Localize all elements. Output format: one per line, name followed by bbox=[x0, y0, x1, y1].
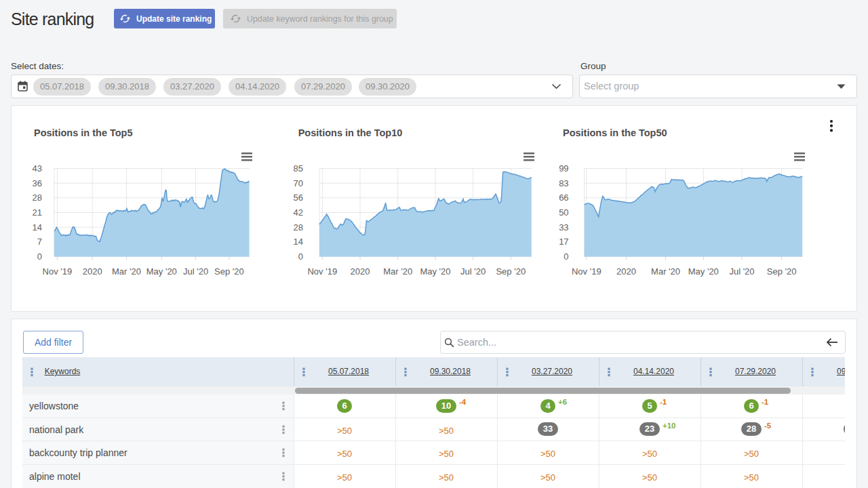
svg-text:14: 14 bbox=[294, 237, 303, 247]
svg-text:28: 28 bbox=[294, 222, 303, 232]
svg-text:0: 0 bbox=[37, 251, 42, 262]
svg-text:2020: 2020 bbox=[83, 266, 102, 277]
svg-text:99: 99 bbox=[559, 163, 568, 174]
svg-text:Jul '20: Jul '20 bbox=[729, 266, 754, 277]
svg-text:Jul '20: Jul '20 bbox=[460, 266, 486, 277]
svg-text:May '20: May '20 bbox=[420, 266, 450, 277]
svg-text:43: 43 bbox=[32, 163, 41, 174]
svg-text:0: 0 bbox=[564, 251, 568, 262]
svg-text:0: 0 bbox=[298, 251, 303, 262]
svg-text:Mar '20: Mar '20 bbox=[651, 266, 680, 277]
svg-text:70: 70 bbox=[294, 178, 303, 188]
svg-text:17: 17 bbox=[559, 237, 568, 247]
svg-text:Nov '19: Nov '19 bbox=[307, 266, 337, 277]
svg-text:14: 14 bbox=[32, 222, 41, 232]
svg-text:Positions in the Top5: Positions in the Top5 bbox=[34, 127, 133, 138]
svg-text:May '20: May '20 bbox=[688, 266, 719, 277]
svg-text:2020: 2020 bbox=[616, 266, 636, 277]
svg-text:Nov '19: Nov '19 bbox=[43, 266, 73, 277]
svg-text:28: 28 bbox=[32, 192, 41, 203]
svg-text:56: 56 bbox=[294, 192, 303, 203]
svg-text:7: 7 bbox=[37, 237, 42, 247]
svg-text:Nov '19: Nov '19 bbox=[572, 266, 601, 277]
svg-text:Sep '20: Sep '20 bbox=[214, 266, 244, 277]
svg-text:21: 21 bbox=[32, 207, 41, 218]
svg-text:Mar '20: Mar '20 bbox=[112, 266, 141, 277]
svg-text:50: 50 bbox=[559, 207, 568, 218]
svg-text:Sep '20: Sep '20 bbox=[496, 266, 526, 277]
svg-text:May '20: May '20 bbox=[146, 266, 177, 277]
svg-text:Jul '20: Jul '20 bbox=[183, 266, 208, 277]
svg-text:Positions in the Top50: Positions in the Top50 bbox=[563, 127, 667, 138]
svg-text:Mar '20: Mar '20 bbox=[383, 266, 412, 277]
svg-text:Sep '20: Sep '20 bbox=[767, 266, 797, 277]
svg-text:42: 42 bbox=[294, 207, 303, 218]
svg-text:2020: 2020 bbox=[351, 266, 370, 277]
svg-text:66: 66 bbox=[559, 192, 568, 203]
svg-text:33: 33 bbox=[559, 222, 568, 232]
svg-text:85: 85 bbox=[294, 163, 303, 174]
svg-text:83: 83 bbox=[559, 178, 568, 188]
svg-text:36: 36 bbox=[32, 178, 41, 188]
svg-text:Positions in the Top10: Positions in the Top10 bbox=[298, 127, 403, 138]
